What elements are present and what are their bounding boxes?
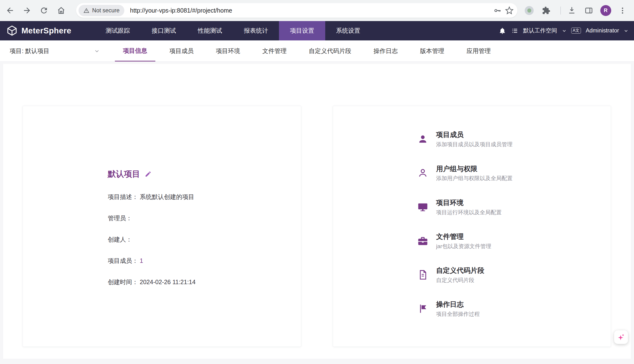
project-admin-row: 管理员：	[108, 214, 285, 222]
address-bar[interactable]: Not secure http://your-vps-ip:8081/#/pro…	[76, 3, 518, 18]
nav-item-report-statistics[interactable]: 报表统计	[233, 21, 279, 40]
extensions-puzzle-icon[interactable]	[539, 4, 553, 18]
workspace-selector[interactable]: 默认工作空间	[523, 27, 557, 34]
quick-link-operation-log[interactable]: 操作日志 项目全部操作过程	[416, 299, 594, 318]
tab-custom-code-snippets[interactable]: 自定义代码片段	[301, 40, 359, 62]
tab-file-management[interactable]: 文件管理	[254, 40, 295, 62]
security-label: Not secure	[92, 7, 119, 14]
quick-link-custom-code-snippets[interactable]: 自定义代码片段 自定义代码片段	[416, 265, 594, 284]
nav-item-system-settings[interactable]: 系统设置	[325, 21, 371, 40]
quick-link-user-groups[interactable]: 用户组与权限 添加用户组与权限以及全局配置	[416, 163, 594, 183]
briefcase-icon	[416, 235, 429, 247]
sparkle-icon	[616, 333, 625, 342]
downloads-icon[interactable]	[565, 4, 579, 18]
workspace-caret-icon[interactable]	[562, 28, 566, 33]
quick-links-card: 项目成员 添加项目成员以及项目成员管理 用户组与权限 添加用户组与权限以及全局配…	[333, 106, 611, 347]
nav-item-performance-testing[interactable]: 性能测试	[187, 21, 233, 40]
nav-item-project-settings[interactable]: 项目设置	[279, 21, 325, 40]
browser-menu-icon[interactable]	[616, 4, 630, 18]
url-text[interactable]: http://your-vps-ip:8081/#/project/home	[130, 7, 493, 14]
task-list-icon[interactable]	[511, 27, 518, 34]
quick-link-project-environment[interactable]: 项目环境 项目运行环境以及全局配置	[416, 197, 594, 216]
document-icon	[416, 269, 429, 281]
extension-status-icon[interactable]	[522, 4, 536, 18]
project-info-card: 默认项目 项目描述：系统默认创建的项目 管理员： 创建人： 项目成员：1 创建时…	[23, 106, 301, 347]
back-icon[interactable]	[3, 4, 17, 18]
app-header: MeterSphere 测试跟踪 接口测试 性能测试 报表统计 项目设置 系统设…	[0, 21, 634, 40]
main-content: 默认项目 项目描述：系统默认创建的项目 管理员： 创建人： 项目成员：1 创建时…	[0, 62, 634, 364]
user-menu[interactable]: Administrator	[586, 27, 619, 34]
profile-avatar[interactable]: R	[599, 4, 613, 18]
tab-operation-log[interactable]: 操作日志	[365, 40, 406, 62]
ai-assistant-button[interactable]	[614, 330, 628, 344]
project-description-row: 项目描述：系统默认创建的项目	[108, 193, 285, 201]
tab-application-management[interactable]: 应用管理	[458, 40, 499, 62]
project-subnav: 项目: 默认项目 项目信息 项目成员 项目环境 文件管理 自定义代码片段 操作日…	[0, 40, 634, 62]
brand[interactable]: MeterSphere	[7, 25, 71, 36]
project-tabs: 项目信息 项目成员 项目环境 文件管理 自定义代码片段 操作日志 版本管理 应用…	[115, 40, 499, 62]
screen: Not secure http://your-vps-ip:8081/#/pro…	[0, 0, 634, 364]
security-chip[interactable]: Not secure	[79, 5, 125, 16]
tab-project-info[interactable]: 项目信息	[115, 40, 155, 62]
project-created-time-row: 创建时间：2024-02-26 11:21:14	[108, 278, 285, 286]
toolbar-divider	[560, 6, 561, 14]
tab-project-environment[interactable]: 项目环境	[208, 40, 248, 62]
side-panel-icon[interactable]	[582, 4, 596, 18]
password-key-icon[interactable]	[493, 6, 502, 15]
forward-icon[interactable]	[20, 4, 34, 18]
content-panel: 默认项目 项目描述：系统默认创建的项目 管理员： 创建人： 项目成员：1 创建时…	[3, 64, 630, 359]
user-outline-icon	[416, 167, 429, 179]
nav-item-api-testing[interactable]: 接口测试	[141, 21, 187, 40]
nav-item-test-tracking[interactable]: 测试跟踪	[95, 21, 141, 40]
project-selector-caret-icon	[94, 48, 100, 54]
quick-link-project-members[interactable]: 项目成员 添加项目成员以及项目成员管理	[416, 130, 594, 149]
brand-name: MeterSphere	[21, 26, 71, 35]
metersphere-logo-icon	[7, 25, 18, 36]
user-filled-icon	[416, 133, 429, 145]
bookmark-star-icon[interactable]	[505, 6, 514, 15]
tab-version-management[interactable]: 版本管理	[412, 40, 453, 62]
home-icon[interactable]	[54, 4, 68, 18]
browser-toolbar: Not secure http://your-vps-ip:8081/#/pro…	[0, 0, 634, 21]
user-caret-icon[interactable]	[624, 28, 628, 33]
monitor-icon	[416, 201, 429, 213]
project-member-count-row: 项目成员：1	[108, 257, 285, 265]
project-selector[interactable]: 项目: 默认项目	[10, 47, 99, 55]
quick-link-file-management[interactable]: 文件管理 jar包以及资源文件管理	[416, 231, 594, 250]
flag-icon	[416, 302, 429, 315]
member-count-link[interactable]: 1	[140, 257, 143, 264]
project-creator-row: 创建人：	[108, 236, 285, 244]
reload-icon[interactable]	[37, 4, 51, 18]
project-title: 默认项目	[108, 169, 140, 180]
edit-pencil-icon[interactable]	[145, 170, 151, 178]
warning-icon	[83, 8, 89, 14]
notification-bell-icon[interactable]	[499, 27, 506, 34]
language-switch-icon[interactable]: A文	[571, 28, 581, 34]
tab-project-members[interactable]: 项目成员	[161, 40, 202, 62]
main-nav: 测试跟踪 接口测试 性能测试 报表统计 项目设置 系统设置	[95, 21, 371, 40]
